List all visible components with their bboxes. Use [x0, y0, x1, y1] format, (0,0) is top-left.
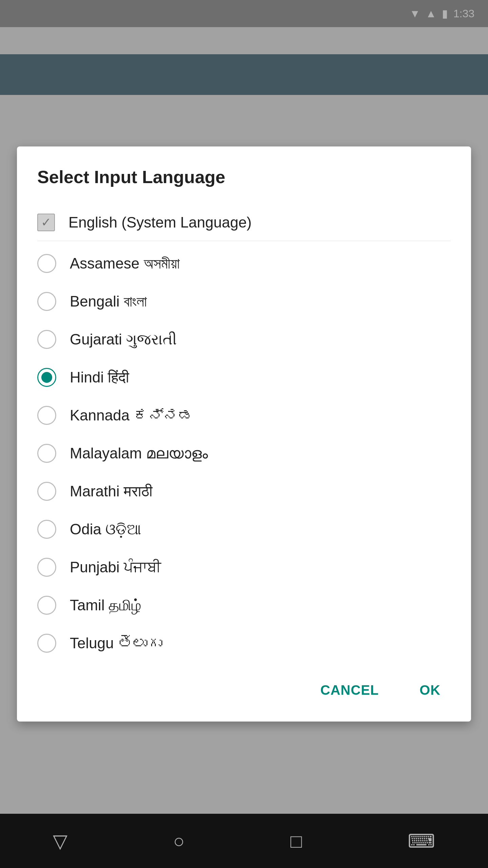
- language-item-malayalam[interactable]: Malayalam മലയാളം: [37, 434, 451, 472]
- language-label-punjabi: Punjabi ਪੰਜਾਬੀ: [70, 559, 161, 576]
- radio-odia[interactable]: [37, 520, 56, 539]
- language-label-gujarati: Gujarati ગુજરાતી: [70, 331, 177, 348]
- language-select-dialog: Select Input Language ✓ English (System …: [17, 146, 471, 722]
- language-item-tamil[interactable]: Tamil தமிழ்: [37, 586, 451, 624]
- language-item-odia[interactable]: Odia ଓଡ଼ିଆ: [37, 510, 451, 548]
- checkbox-english[interactable]: ✓: [37, 214, 55, 231]
- radio-marathi[interactable]: [37, 482, 56, 501]
- dialog-title: Select Input Language: [37, 167, 451, 187]
- language-item-assamese[interactable]: Assamese অসমীয়া: [37, 244, 451, 282]
- language-item-telugu[interactable]: Telugu తెలుగు: [37, 624, 451, 662]
- radio-telugu[interactable]: [37, 634, 56, 653]
- radio-punjabi[interactable]: [37, 558, 56, 577]
- language-label-kannada: Kannada ಕನ್ನಡ: [70, 407, 193, 424]
- language-label-english: English (System Language): [68, 214, 252, 231]
- ok-button[interactable]: OK: [409, 676, 451, 705]
- radio-bengali[interactable]: [37, 292, 56, 311]
- language-item-english[interactable]: ✓ English (System Language): [37, 204, 451, 241]
- radio-hindi[interactable]: [37, 368, 56, 387]
- language-item-kannada[interactable]: Kannada ಕನ್ನಡ: [37, 396, 451, 434]
- language-item-bengali[interactable]: Bengali বাংলা: [37, 282, 451, 320]
- language-label-marathi: Marathi मराठी: [70, 483, 152, 500]
- radio-gujarati[interactable]: [37, 330, 56, 349]
- radio-tamil[interactable]: [37, 596, 56, 615]
- language-label-telugu: Telugu తెలుగు: [70, 635, 162, 652]
- language-item-gujarati[interactable]: Gujarati ગુજરાતી: [37, 320, 451, 358]
- language-label-bengali: Bengali বাংলা: [70, 293, 147, 310]
- dialog-buttons: CANCEL OK: [37, 676, 451, 705]
- radio-assamese[interactable]: [37, 254, 56, 273]
- language-list: ✓ English (System Language) Assamese অসম…: [37, 204, 451, 662]
- language-label-tamil: Tamil தமிழ்: [70, 597, 141, 614]
- radio-kannada[interactable]: [37, 406, 56, 425]
- cancel-button[interactable]: CANCEL: [310, 676, 389, 705]
- language-label-hindi: Hindi हिंदी: [70, 369, 129, 386]
- language-item-punjabi[interactable]: Punjabi ਪੰਜਾਬੀ: [37, 548, 451, 586]
- language-item-marathi[interactable]: Marathi मराठी: [37, 472, 451, 510]
- radio-malayalam[interactable]: [37, 444, 56, 463]
- language-item-hindi[interactable]: Hindi हिंदी: [37, 358, 451, 396]
- language-label-assamese: Assamese অসমীয়া: [70, 255, 180, 272]
- language-label-malayalam: Malayalam മലയാളം: [70, 445, 208, 462]
- language-label-odia: Odia ଓଡ଼ିଆ: [70, 521, 141, 538]
